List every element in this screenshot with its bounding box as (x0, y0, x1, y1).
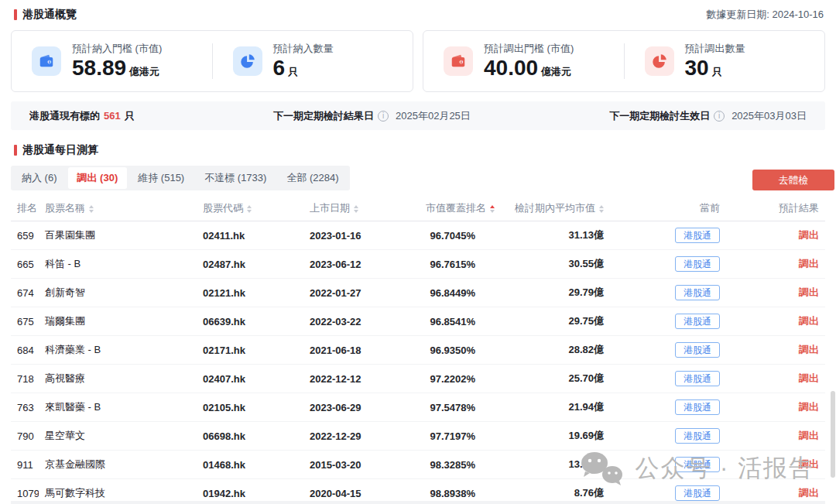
list-date-cell: 2022-12-29 (303, 422, 420, 451)
stock-code-cell: 02411.hk (197, 221, 303, 250)
table-row[interactable]: 911 京基金融國際 01468.hk 2015-03-20 98.3285% … (11, 451, 825, 479)
sort-icon[interactable] (599, 205, 604, 213)
stat-label: 預計納入數量 (273, 42, 334, 56)
forecast-cell: 調出 (726, 279, 825, 307)
table-row[interactable]: 684 科濟藥業 - B 02171.hk 2021-06-18 96.9350… (11, 336, 825, 365)
forecast-cell: 調出 (726, 422, 825, 451)
stock-name-cell: 高視醫療 (39, 365, 197, 393)
overview-title: 港股通概覽 (14, 8, 77, 22)
table-row[interactable]: 718 高視醫療 02407.hk 2022-12-12 97.2202% 25… (11, 365, 825, 393)
forecast-cell: 調出 (726, 307, 825, 336)
col-coverage-rank[interactable]: 市值覆蓋排名 (420, 197, 481, 221)
tab-substandard[interactable]: 不達標 (1733) (195, 167, 276, 189)
avg-cap-cell: 21.94億 (481, 393, 610, 422)
stock-code-cell: 02121.hk (197, 279, 303, 307)
table-row[interactable]: 665 科笛 - B 02487.hk 2023-06-12 96.7615% … (11, 250, 825, 279)
stock-code-cell: 02105.hk (197, 393, 303, 422)
sort-icon[interactable] (354, 205, 358, 213)
current-count-info: 港股通現有標的 561 只 (29, 109, 135, 123)
list-date-cell: 2022-01-27 (303, 279, 420, 307)
stock-name-cell: 百果園集團 (39, 221, 197, 250)
stat-label: 預計納入門檻 (市值) (72, 42, 162, 56)
section-marker (14, 145, 17, 156)
info-icon[interactable]: i (714, 111, 725, 122)
tab-remove[interactable]: 調出 (30) (68, 167, 128, 189)
forecast-cell: 調出 (726, 393, 825, 422)
avg-cap-cell: 29.79億 (481, 279, 610, 307)
stock-code-cell: 01468.hk (197, 451, 303, 479)
table-row[interactable]: 659 百果園集團 02411.hk 2023-01-16 96.7045% 3… (11, 221, 825, 250)
stock-code-cell: 02487.hk (197, 250, 303, 279)
status-badge: 港股通 (675, 342, 720, 358)
stat-inclusion-threshold: ¥ 預計納入門檻 (市值) 58.89億港元 (12, 42, 212, 81)
avg-cap-cell: 30.55億 (481, 250, 610, 279)
table-row[interactable]: 790 星空華文 06698.hk 2022-12-29 97.7197% 19… (11, 422, 825, 451)
sort-icon[interactable] (490, 205, 495, 213)
sort-icon[interactable] (247, 205, 252, 213)
stock-name-cell: 創新奇智 (39, 279, 197, 307)
forecast-cell: 調出 (726, 221, 825, 250)
coverage-rank-cell: 98.3285% (420, 451, 481, 479)
stock-name-cell: 星空華文 (39, 422, 197, 451)
stock-name-cell: 科濟藥業 - B (39, 336, 197, 365)
col-stock-code[interactable]: 股票代碼 (197, 197, 303, 221)
avg-cap-cell: 29.75億 (481, 307, 610, 336)
tab-include[interactable]: 納入 (6) (12, 167, 67, 189)
table-row[interactable]: 675 瑞爾集團 06639.hk 2022-03-22 96.8541% 29… (11, 307, 825, 336)
col-list-date[interactable]: 上市日期 (303, 197, 420, 221)
status-badge: 港股通 (675, 314, 720, 329)
table-row[interactable]: 674 創新奇智 02121.hk 2022-01-27 96.8449% 29… (11, 279, 825, 307)
review-info-bar: 港股通現有標的 561 只 下一期定期檢討結果日 i 2025年02月25日 下… (11, 101, 825, 130)
list-date-cell: 2023-01-16 (303, 221, 420, 250)
status-badge: 港股通 (675, 371, 720, 386)
coverage-rank-cell: 96.8541% (420, 307, 481, 336)
avg-cap-cell: 31.13億 (481, 221, 610, 250)
current-cell: 港股通 (610, 250, 726, 279)
stocks-table: 排名 股票名稱 股票代碼 上市日期 市值覆蓋排名 檢討期內平均市值 當前 預計結… (11, 197, 825, 504)
list-date-cell: 2023-06-29 (303, 393, 420, 422)
info-icon[interactable]: i (378, 111, 389, 122)
list-date-cell: 2022-03-22 (303, 307, 420, 336)
rank-cell: 675 (11, 307, 39, 336)
current-cell: 港股通 (610, 336, 726, 365)
status-badge: 港股通 (675, 228, 720, 243)
stock-code-cell: 06698.hk (197, 422, 303, 451)
filter-tabs: 納入 (6) 調出 (30) 維持 (515) 不達標 (1733) 全部 (2… (11, 166, 350, 190)
col-avg-cap[interactable]: 檢討期內平均市值 (481, 197, 610, 221)
avg-cap-cell: 19.69億 (481, 422, 610, 451)
daily-title-text: 港股通每日測算 (22, 143, 98, 157)
stock-code-cell: 02407.hk (197, 365, 303, 393)
table-row[interactable]: 763 來凱醫藥 - B 02105.hk 2023-06-29 97.5478… (11, 393, 825, 422)
inclusion-card: ¥ 預計納入門檻 (市值) 58.89億港元 預計納入數量 6只 (11, 30, 413, 92)
status-badge: 港股通 (675, 485, 720, 501)
current-cell: 港股通 (610, 279, 726, 307)
pie-chart-icon (645, 46, 674, 76)
forecast-cell: 調出 (726, 365, 825, 393)
stock-name-cell: 科笛 - B (39, 250, 197, 279)
current-cell: 港股通 (610, 422, 726, 451)
tab-all[interactable]: 全部 (2284) (277, 167, 348, 189)
scrollbar-thumb[interactable] (831, 391, 835, 478)
col-stock-name[interactable]: 股票名稱 (39, 197, 197, 221)
tabs-row: 納入 (6) 調出 (30) 維持 (515) 不達標 (1733) 全部 (2… (0, 157, 836, 190)
health-check-button[interactable]: 去體檢 (752, 170, 834, 190)
stat-label: 預計調出數量 (685, 42, 745, 56)
svg-text:¥: ¥ (48, 60, 50, 64)
data-update-date: 數據更新日期: 2024-10-16 (706, 8, 824, 22)
tab-maintain[interactable]: 維持 (515) (128, 167, 194, 189)
stock-code-cell: 06639.hk (197, 307, 303, 336)
result-date-info: 下一期定期檢討結果日 i 2025年02月25日 (273, 109, 471, 123)
next-section-edge (11, 501, 825, 504)
svg-text:¥: ¥ (460, 60, 462, 64)
effective-date-info: 下一期定期檢討生效日 i 2025年03月03日 (609, 109, 807, 123)
rank-cell: 790 (11, 422, 39, 451)
stat-removal-threshold: ¥ 預計調出門檻 (市值) 40.00億港元 (423, 42, 624, 81)
coverage-rank-cell: 96.8449% (420, 279, 481, 307)
stock-code-cell: 02171.hk (197, 336, 303, 365)
coverage-rank-cell: 96.7615% (420, 250, 481, 279)
coverage-rank-cell: 97.2202% (420, 365, 481, 393)
list-date-cell: 2021-06-18 (303, 336, 420, 365)
sort-icon[interactable] (89, 205, 94, 213)
forecast-cell: 調出 (726, 451, 825, 479)
effective-date-value: 2025年03月03日 (732, 109, 807, 123)
